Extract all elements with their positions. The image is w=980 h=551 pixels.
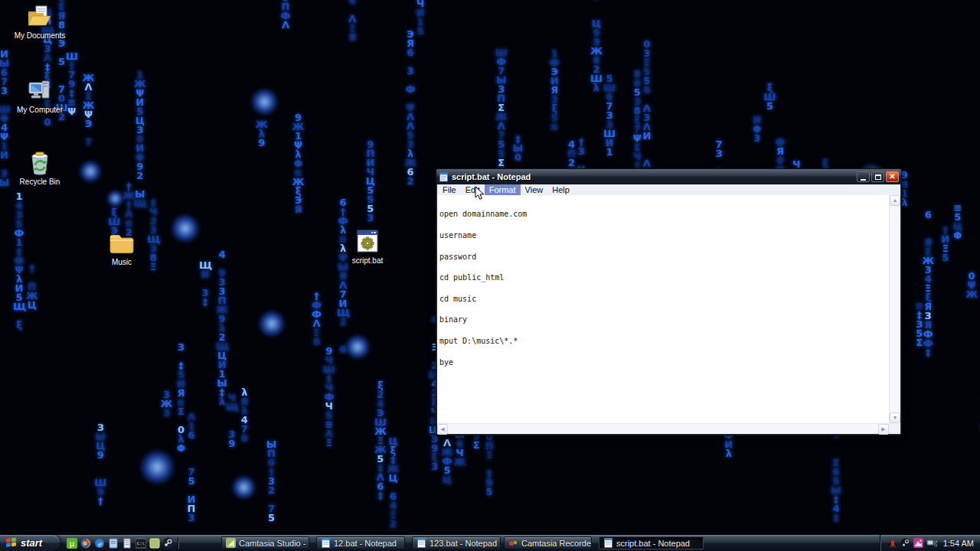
svg-text:µ: µ xyxy=(69,540,74,548)
text-line: username xyxy=(439,232,889,239)
notes-icon[interactable] xyxy=(121,537,132,549)
desktop-icon-recycle-bin[interactable]: Recycle Bin xyxy=(11,150,69,186)
desktop-icon-label: My Documents xyxy=(11,31,69,40)
svg-text:C:\: C:\ xyxy=(137,540,145,545)
task-label: script.bat - Notepad xyxy=(616,539,690,548)
minimize-button[interactable] xyxy=(857,171,870,182)
windows-logo-icon xyxy=(6,537,17,548)
menu-view[interactable]: View xyxy=(521,184,548,195)
text-line: binary xyxy=(439,316,889,323)
notepad-menubar: File Edit Format View Help xyxy=(437,184,900,195)
scroll-right-icon[interactable]: ▶ xyxy=(878,424,889,435)
cmd-icon[interactable]: C:\ xyxy=(135,537,146,549)
taskbar-task-camtasia-studio[interactable]: Camtasia Studio - Unt... xyxy=(221,536,309,549)
close-icon: ✕ xyxy=(889,173,895,181)
horizontal-scrollbar[interactable]: ◀ ▶ xyxy=(437,423,889,434)
desktop-icon-label: Recycle Bin xyxy=(11,178,69,186)
notepad-window: script.bat - Notepad ✕ File Edit Format … xyxy=(436,168,902,435)
task-label: 12.bat - Notepad xyxy=(334,539,397,548)
task-label: 123.bat - Notepad xyxy=(430,539,497,548)
media-tray-icon[interactable] xyxy=(913,538,924,549)
steam-tray-icon[interactable] xyxy=(900,538,911,549)
text-line: password xyxy=(439,253,889,260)
vertical-scrollbar[interactable]: ▲ ▼ xyxy=(889,195,900,423)
notepad-icon xyxy=(416,538,426,548)
window-title: script.bat - Notepad xyxy=(452,172,855,181)
minimize-icon xyxy=(861,179,866,181)
taskbar: start µ e C:\ Camtasia Studio - Unt... 1… xyxy=(0,535,980,551)
menu-format[interactable]: Format xyxy=(485,184,521,195)
recycle-bin-icon xyxy=(26,150,54,176)
desktop-tile-icon[interactable] xyxy=(149,537,160,549)
menu-help[interactable]: Help xyxy=(547,184,574,195)
mouse-cursor xyxy=(475,186,485,201)
camtasia-tray-icon[interactable] xyxy=(887,538,898,549)
desktop-icon-my-computer[interactable]: My Computer xyxy=(11,78,69,114)
steam-icon[interactable] xyxy=(162,537,174,549)
desktop-icon-script-bat[interactable]: script.bat xyxy=(338,229,397,265)
system-tray: 1:54 AM xyxy=(880,535,980,551)
resize-grip[interactable] xyxy=(889,423,900,434)
text-line: open domainname.com xyxy=(439,210,889,217)
desktop-icon-label: Music xyxy=(93,258,151,266)
taskbar-task-123bat-notepad[interactable]: 123.bat - Notepad xyxy=(412,536,501,549)
start-button[interactable]: start xyxy=(0,535,60,551)
camtasia-studio-icon xyxy=(226,538,236,548)
network-tray-icon[interactable] xyxy=(926,538,937,549)
maximize-button[interactable] xyxy=(871,171,884,182)
batch-file-icon xyxy=(354,229,381,255)
taskbar-task-scriptbat-notepad[interactable]: script.bat - Notepad xyxy=(599,536,704,549)
desktop-icon-label: My Computer xyxy=(11,106,69,114)
desktop-icon-music[interactable]: Music xyxy=(93,230,151,266)
scroll-left-icon[interactable]: ◀ xyxy=(437,424,448,435)
text-line: cd public_html xyxy=(439,274,889,281)
scroll-down-icon[interactable]: ▼ xyxy=(890,412,900,423)
text-line: cd music xyxy=(439,295,889,302)
my-computer-icon xyxy=(26,78,54,104)
maximize-icon xyxy=(875,174,881,180)
start-label: start xyxy=(21,537,42,549)
notepad-app-icon xyxy=(439,172,449,182)
notepad-titlebar[interactable]: script.bat - Notepad ✕ xyxy=(436,169,901,184)
menu-file[interactable]: File xyxy=(438,184,461,195)
firefox-icon[interactable] xyxy=(80,537,91,549)
close-button[interactable]: ✕ xyxy=(886,171,899,182)
folder-icon xyxy=(108,230,136,256)
camtasia-recorder-icon xyxy=(508,538,518,548)
notepad-icon xyxy=(603,538,613,548)
taskbar-clock: 1:54 AM xyxy=(943,539,974,548)
notepad-text-area[interactable]: open domainname.com username password cd… xyxy=(437,195,889,423)
text-line: bye xyxy=(439,359,889,366)
desktop: ИЫ6730ШΦ4Ψ1И0ЗЫ14З5Ф1‡ФΨλИ5Щ0ξ†0ΠЖЦЦЧЩЦ3… xyxy=(0,0,980,551)
browser-icon[interactable]: e xyxy=(93,537,105,549)
desktop-icon-label: script.bat xyxy=(338,256,397,265)
quick-launch-bar: µ e C:\ xyxy=(66,536,174,549)
taskbar-separator xyxy=(178,537,179,549)
document-icon[interactable] xyxy=(107,537,119,549)
taskbar-task-12bat-notepad[interactable]: 12.bat - Notepad xyxy=(316,536,405,549)
desktop-icon-my-documents[interactable]: My Documents xyxy=(11,4,69,40)
task-label: Camtasia Studio - Unt... xyxy=(239,539,309,548)
notepad-icon xyxy=(321,538,331,548)
text-line: mput D:\music\*.* xyxy=(439,337,889,344)
scroll-up-icon[interactable]: ▲ xyxy=(890,195,900,206)
taskbar-task-camtasia-recorder[interactable]: Camtasia Recorder xyxy=(504,536,592,549)
my-documents-icon xyxy=(26,4,54,30)
utorrent-icon[interactable]: µ xyxy=(66,537,77,549)
task-label: Camtasia Recorder xyxy=(521,539,592,548)
